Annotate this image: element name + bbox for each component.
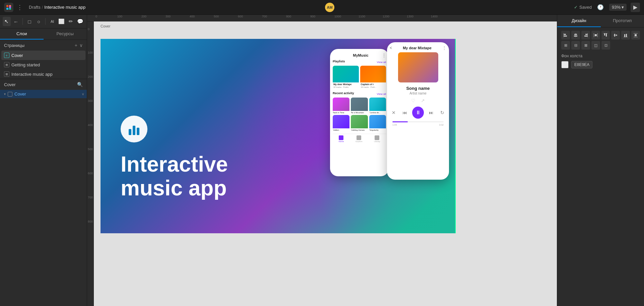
canvas-scroll[interactable]: Cover <box>94 21 557 306</box>
ruler-mark-1100: 1100 <box>359 15 365 18</box>
align-extra-2[interactable]: ⊟ <box>571 41 580 50</box>
zoom-control[interactable]: 93% ▾ <box>609 4 627 11</box>
track-back-in-time: Back in Time <box>333 98 349 114</box>
phone1-playlist-2-name: Captain of r <box>360 82 386 86</box>
saved-check-icon: ✓ <box>574 5 578 10</box>
progress-track <box>392 121 444 122</box>
tab-resources[interactable]: Ресурсы <box>44 28 87 40</box>
page-item-getting-started[interactable]: ≡ Getting started <box>1 60 85 69</box>
app-logo-bars <box>129 123 139 135</box>
design-frame[interactable]: Interactive music app MyMusic ⋮ <box>101 39 456 233</box>
track-img-5 <box>351 115 368 128</box>
bar-3 <box>137 128 139 135</box>
next-button[interactable]: ⏭ <box>427 109 435 117</box>
ruler-mark-1300: 1300 <box>407 15 413 18</box>
layers-search-icon[interactable]: 🔍 <box>77 82 83 87</box>
saved-label: Saved <box>579 5 592 10</box>
app-logo[interactable] <box>4 3 13 12</box>
history-button[interactable]: 🕐 <box>596 3 605 12</box>
song-name: Song name <box>390 86 446 91</box>
tool-ai[interactable]: AI <box>48 17 56 26</box>
phone1-playlist-2: Captain of r 19 tracks · Publ... <box>360 66 386 89</box>
zoom-value: 93% <box>612 5 621 10</box>
track-name-2: Be a Mountain <box>351 112 368 114</box>
svg-point-4 <box>9 6 11 8</box>
svg-rect-10 <box>575 33 576 37</box>
phone1-playlist-1-img <box>333 66 359 82</box>
pages-expand-button[interactable]: ∨ <box>79 43 83 48</box>
align-extra-3[interactable]: ⊠ <box>581 41 590 50</box>
tool-shapes[interactable]: ○ <box>35 17 43 26</box>
topbar-menu-icon[interactable]: ⋮ <box>17 4 23 11</box>
progress-bar[interactable] <box>392 121 444 122</box>
nav-library-icon <box>375 135 379 140</box>
topbar: ⋮ Drafts / Interactive music app AM ✓ Sa… <box>0 0 644 15</box>
tool-comment[interactable]: 💬 <box>76 17 84 26</box>
close-ctrl-button[interactable]: ✕ <box>390 109 397 117</box>
repeat-button[interactable]: ↻ <box>439 109 446 117</box>
align-bottom-button[interactable] <box>621 31 630 40</box>
phone2-title: My dear Mixtape <box>392 46 442 50</box>
avatar[interactable]: AM <box>325 3 334 12</box>
align-extra-5[interactable]: ⊡ <box>601 41 610 50</box>
tool-pen[interactable]: ✏ <box>67 17 75 26</box>
album-art <box>398 52 438 82</box>
layer-item-cover[interactable]: ▾ Cover ∨ <box>0 90 87 98</box>
pause-button[interactable]: ⏸ <box>412 107 424 119</box>
align-extra-4[interactable]: ◫ <box>591 41 600 50</box>
play-button[interactable]: ▶ <box>631 3 640 12</box>
phone1-playlist-grid: My dear Mixtape 32 tracks · Public Capta… <box>333 66 386 89</box>
ruler-top: 0 100 200 300 400 500 600 700 800 900 10… <box>87 15 557 21</box>
share-icon[interactable]: ↗ <box>421 98 425 103</box>
align-center-h-button[interactable] <box>571 31 580 40</box>
phone1-playlist-1-sub: 32 tracks · Public <box>333 86 359 89</box>
svg-rect-18 <box>606 34 607 37</box>
phone1-nav-home: Home <box>338 135 344 142</box>
align-left-button[interactable] <box>561 31 570 40</box>
page-item-interactive-music-app[interactable]: ≡ Interactive music app <box>1 69 85 79</box>
page-icon-interactive: ≡ <box>4 71 9 77</box>
tab-layers[interactable]: Слои <box>0 28 44 40</box>
tab-design[interactable]: Дизайн <box>557 15 601 27</box>
ruler-v-700: 700 <box>88 196 93 199</box>
right-panel-tabs: Дизайн Прототип <box>557 15 644 27</box>
prev-button[interactable]: ⏮ <box>401 109 408 117</box>
canvas-bg-color-value[interactable]: E8E9EA <box>571 61 592 68</box>
phone2-header: < My dear Mixtape ⋮ <box>390 46 446 50</box>
page-label-interactive: Interactive music app <box>11 72 53 77</box>
app-main-title: Interactive music app <box>121 152 228 200</box>
distribute-h-button[interactable] <box>591 31 600 40</box>
breadcrumb-parent[interactable]: Drafts <box>29 5 41 10</box>
ruler-corner <box>87 15 94 20</box>
ruler-v-300: 300 <box>88 99 93 103</box>
align-middle-v-button[interactable] <box>611 31 620 40</box>
svg-rect-26 <box>634 33 638 34</box>
tool-back[interactable]: ← <box>12 17 20 26</box>
track-name-6: Singularity <box>369 129 386 131</box>
canvas-bg-section: Фон холста E8E9EA <box>561 54 640 68</box>
pages-add-button[interactable]: + <box>75 43 77 48</box>
phone-mockup-1: MyMusic ⋮ Playlists View all My dear <box>330 49 389 176</box>
align-extra-1[interactable]: ⊞ <box>561 41 570 50</box>
phone1-view-all2: View all <box>377 93 386 96</box>
topbar-left: ⋮ Drafts / Interactive music app <box>4 3 85 12</box>
tool-image[interactable]: ⬜ <box>58 17 66 26</box>
page-item-cover[interactable]: ≡ Cover <box>1 51 85 60</box>
tool-cursor[interactable]: ↖ <box>3 17 11 26</box>
track-img-6 <box>369 115 386 128</box>
align-right-button[interactable] <box>581 31 590 40</box>
topbar-right: ✓ Saved 🕐 93% ▾ ▶ <box>574 3 640 12</box>
layer-label-cover: Cover <box>14 91 26 97</box>
tab-prototype[interactable]: Прототип <box>601 15 644 27</box>
align-top-button[interactable] <box>601 31 610 40</box>
like-icon[interactable]: ♡ <box>411 98 415 103</box>
app-title-line1: Interactive <box>121 152 228 176</box>
bar-2 <box>133 126 135 135</box>
tool-frame[interactable]: □ <box>25 17 34 26</box>
canvas-area: 0 100 200 300 400 500 600 700 800 900 10… <box>87 15 557 306</box>
distribute-v-button[interactable] <box>631 31 640 40</box>
canvas-bg-color-swatch[interactable] <box>561 61 569 68</box>
layer-expand-arrow[interactable]: ∨ <box>82 92 84 96</box>
toolbar-separator <box>22 18 23 25</box>
ruler-v-400: 400 <box>88 123 93 127</box>
